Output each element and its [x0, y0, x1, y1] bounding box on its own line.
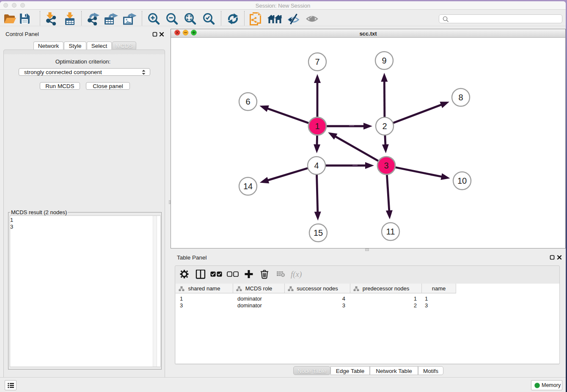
- svg-text:8: 8: [458, 93, 463, 102]
- svg-text:1: 1: [315, 121, 319, 131]
- svg-text:2: 2: [382, 121, 387, 131]
- svg-text:3: 3: [384, 161, 388, 170]
- svg-text:4: 4: [314, 161, 319, 170]
- svg-text:7: 7: [315, 57, 319, 66]
- svg-text:14: 14: [243, 182, 253, 191]
- svg-text:11: 11: [386, 227, 395, 236]
- svg-text:9: 9: [382, 56, 386, 65]
- svg-text:15: 15: [314, 228, 323, 237]
- svg-text:6: 6: [245, 97, 250, 106]
- svg-text:10: 10: [457, 176, 467, 185]
- svg-text:f(x): f(x): [291, 270, 302, 279]
